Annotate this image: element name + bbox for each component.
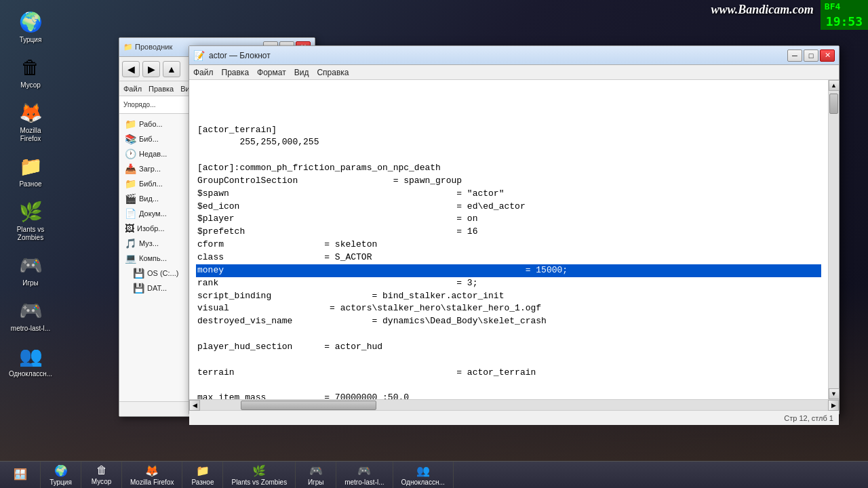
code-line-15: destroyed_vis_name = dynamics\Dead_Body\… bbox=[196, 315, 821, 328]
ok-label: Одноклассн... bbox=[9, 370, 52, 378]
notepad-win-buttons: ─ □ ✕ bbox=[787, 49, 835, 62]
code-line-14: visual = actors\stalker_hero\stalker_her… bbox=[196, 302, 821, 315]
notepad-menu-format[interactable]: Формат bbox=[257, 68, 286, 77]
metro-label: metro-last-l... bbox=[11, 325, 50, 333]
code-line-18 bbox=[196, 354, 821, 367]
desktop-icon-metro[interactable]: 🎮 metro-last-l... bbox=[7, 296, 54, 336]
desktop-icon-ok[interactable]: 👥 Одноклассн... bbox=[7, 341, 54, 381]
code-line-6: $ed_icon = ed\ed_actor bbox=[196, 201, 821, 214]
taskbar-item-misc[interactable]: 📁 Разное bbox=[182, 462, 223, 488]
desktop-icon-misc[interactable]: 📁 Разное bbox=[7, 151, 54, 191]
taskbar-trash-label: Мусор bbox=[92, 478, 112, 485]
explorer-back-button[interactable]: ◀ bbox=[122, 61, 140, 77]
taskbar-item-games[interactable]: 🎮 Игры bbox=[296, 462, 336, 488]
explorer-up-button[interactable]: ▲ bbox=[163, 61, 180, 77]
notepad-icon: 📝 bbox=[193, 50, 205, 61]
scrollbar-thumb[interactable] bbox=[829, 94, 838, 114]
scrollbar-track[interactable] bbox=[829, 91, 839, 388]
plants-label: Plants vs Zombies bbox=[9, 226, 52, 242]
desktop-icons: 🌍 Турция 🗑 Мусор 🦊 Mozilla Firefox 📁 Раз… bbox=[7, 7, 54, 381]
explorer-menu-edit[interactable]: Правка bbox=[149, 85, 174, 93]
desktop-icon-firefox[interactable]: 🦊 Mozilla Firefox bbox=[7, 98, 54, 146]
misc-icon: 📁 bbox=[18, 154, 43, 178]
start-icon: 🪟 bbox=[14, 468, 27, 481]
notepad-minimize-button[interactable]: ─ bbox=[787, 49, 802, 62]
notepad-title: 📝 actor — Блокнот bbox=[193, 50, 271, 61]
top-right-overlay: www.Bandicam.com BF4 19:53 bbox=[704, 0, 868, 30]
notepad-titlebar: 📝 actor — Блокнот ─ □ ✕ bbox=[189, 46, 839, 65]
bandicam-watermark: www.Bandicam.com bbox=[704, 0, 820, 20]
taskbar-misc-label: Разное bbox=[191, 479, 214, 486]
turkey-label: Турция bbox=[20, 36, 42, 44]
code-block: [actor_terrain] 255,255,000,255 [actor]:… bbox=[196, 85, 821, 399]
notepad-scrollbar-vertical[interactable]: ▲ ▼ bbox=[828, 80, 839, 399]
code-line-21: max_item_mass = 70000000 ;50.0 bbox=[196, 392, 821, 399]
code-line-4: GroupControlSection = spawn_group bbox=[196, 175, 821, 188]
notepad-content: [actor_terrain] 255,255,000,255 [actor]:… bbox=[189, 80, 839, 399]
trash-label: Мусор bbox=[20, 81, 41, 89]
desktop-icon-trash[interactable]: 🗑 Мусор bbox=[7, 52, 54, 92]
notepad-menu-help[interactable]: Справка bbox=[317, 68, 349, 77]
taskbar-metro-label: metro-last-l... bbox=[344, 479, 384, 486]
desktop-icon-games[interactable]: 🎮 Игры bbox=[7, 250, 54, 290]
taskbar-item-turkey[interactable]: 🌍 Турция bbox=[41, 462, 81, 488]
code-line-13: script_binding = bind_stalker.actor_init bbox=[196, 290, 821, 303]
explorer-address-text: Упорядо... bbox=[123, 101, 155, 108]
scrollbar-down-button[interactable]: ▼ bbox=[829, 388, 840, 399]
code-line-19: terrain = actor_terrain bbox=[196, 367, 821, 380]
firefox-icon: 🦊 bbox=[18, 100, 43, 125]
misc-label: Разное bbox=[19, 180, 41, 188]
code-line-11: money = 15000; bbox=[196, 264, 821, 277]
plants-icon: 🌿 bbox=[18, 199, 43, 224]
taskbar-item-plants[interactable]: 🌿 Plants vs Zombies bbox=[223, 462, 296, 488]
notepad-menu-edit[interactable]: Правка bbox=[222, 68, 250, 77]
scrollbar-left-button[interactable]: ◀ bbox=[189, 400, 200, 411]
notepad-scrollbar-horizontal[interactable]: ◀ ▶ bbox=[189, 399, 839, 410]
taskbar-ok-label: Одноклассн... bbox=[401, 479, 445, 486]
taskbar-games-icon: 🎮 bbox=[309, 464, 323, 477]
code-line-8: $prefetch = 16 bbox=[196, 226, 821, 239]
taskbar-misc-icon: 📁 bbox=[196, 464, 210, 477]
turkey-icon: 🌍 bbox=[18, 9, 43, 34]
taskbar-turkey-icon: 🌍 bbox=[54, 464, 68, 477]
code-line-7: $player = on bbox=[196, 213, 821, 226]
taskbar-firefox-icon: 🦊 bbox=[145, 464, 159, 477]
code-line-2 bbox=[196, 149, 821, 162]
taskbar-item-trash[interactable]: 🗑 Мусор bbox=[81, 462, 122, 488]
desktop-icon-plants[interactable]: 🌿 Plants vs Zombies bbox=[7, 197, 54, 245]
taskbar-metro-icon: 🎮 bbox=[357, 464, 371, 477]
taskbar-plants-label: Plants vs Zombies bbox=[231, 479, 287, 486]
notepad-menu-file[interactable]: Файл bbox=[193, 68, 214, 77]
notepad-menu-view[interactable]: Вид bbox=[294, 68, 309, 77]
code-line-12: rank = 3; bbox=[196, 277, 821, 290]
code-line-0: [actor_terrain] bbox=[196, 124, 821, 137]
games-label: Игры bbox=[22, 279, 39, 287]
explorer-title: 📁 Проводник bbox=[123, 43, 172, 52]
games-icon: 🎮 bbox=[18, 253, 43, 277]
taskbar-item-ok[interactable]: 👥 Одноклассн... bbox=[393, 462, 454, 488]
notepad-text-area[interactable]: [actor_terrain] 255,255,000,255 [actor]:… bbox=[189, 80, 828, 399]
scrollbar-right-button[interactable]: ▶ bbox=[828, 400, 839, 411]
metro-icon: 🎮 bbox=[18, 298, 43, 323]
scrollbar-h-thumb[interactable] bbox=[241, 401, 376, 410]
notepad-close-button[interactable]: ✕ bbox=[820, 49, 835, 62]
scrollbar-up-button[interactable]: ▲ bbox=[829, 80, 840, 91]
taskbar-start[interactable]: 🪟 bbox=[0, 462, 41, 488]
taskbar-ok-icon: 👥 bbox=[416, 464, 430, 477]
code-line-17: player_hud_section = actor_hud bbox=[196, 341, 821, 354]
ok-icon: 👥 bbox=[18, 344, 43, 368]
firefox-label: Mozilla Firefox bbox=[9, 127, 52, 143]
clock-display: 19:53 bbox=[821, 13, 868, 30]
explorer-menu-file[interactable]: Файл bbox=[123, 85, 142, 93]
notepad-maximize-button[interactable]: □ bbox=[804, 49, 818, 62]
taskbar-plants-icon: 🌿 bbox=[252, 464, 266, 477]
taskbar-trash-icon: 🗑 bbox=[95, 464, 108, 476]
explorer-forward-button[interactable]: ▶ bbox=[142, 61, 160, 77]
scrollbar-h-track[interactable] bbox=[200, 400, 828, 410]
taskbar-item-metro[interactable]: 🎮 metro-last-l... bbox=[336, 462, 393, 488]
desktop-icon-turkey[interactable]: 🌍 Турция bbox=[7, 7, 54, 47]
taskbar-item-firefox[interactable]: 🦊 Mozilla Firefox bbox=[122, 462, 182, 488]
code-line-20 bbox=[196, 379, 821, 392]
trash-icon: 🗑 bbox=[18, 55, 43, 79]
code-line-1: 255,255,000,255 bbox=[196, 136, 821, 149]
